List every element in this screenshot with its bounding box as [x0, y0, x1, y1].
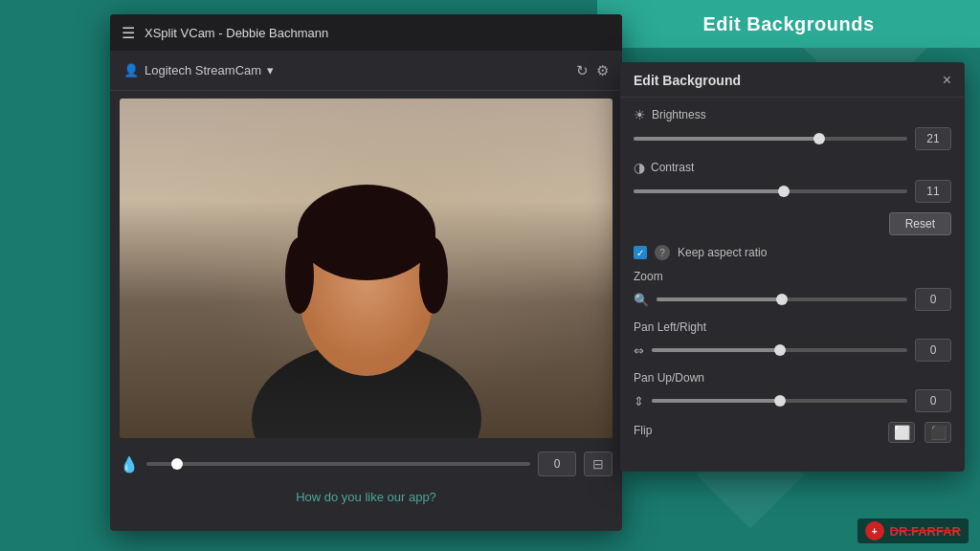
app-titlebar: ☰ XSplit VCam - Debbie Bachmann — [110, 14, 622, 51]
pan-ud-control: Pan Up/Down ⇕ 0 — [634, 371, 951, 412]
contrast-slider[interactable] — [634, 189, 907, 193]
menu-icon[interactable]: ☰ — [122, 24, 135, 42]
pan-lr-slider-row: ⇔ 0 — [634, 339, 951, 362]
chevron-down-icon: ▾ — [267, 63, 274, 77]
contrast-value: 11 — [915, 180, 951, 203]
pan-ud-value: 0 — [915, 389, 951, 412]
header-title-area: Edit Backgrounds — [597, 0, 980, 48]
app-toolbar: 👤 Logitech StreamCam ▾ ↻ ⚙ — [110, 51, 622, 91]
pan-ud-label: Pan Up/Down — [634, 371, 951, 385]
brightness-thumb — [813, 133, 825, 144]
app-title: XSplit VCam - Debbie Bachmann — [145, 26, 328, 40]
zoom-slider[interactable] — [657, 298, 907, 301]
contrast-control: ◑ Contrast 11 — [634, 160, 951, 203]
brightness-slider-row: 21 — [634, 127, 951, 150]
brightness-label: ☀ Brightness — [634, 107, 951, 122]
flip-icons: ⬜ ⬛ — [888, 422, 951, 443]
pan-ud-slider-row: ⇕ 0 — [634, 389, 951, 412]
camera-name: Logitech StreamCam — [145, 63, 261, 77]
pan-lr-icon: ⇔ — [634, 343, 644, 358]
panel-title: Edit Background — [634, 73, 741, 88]
zoom-slider-row: 🔍 0 — [634, 288, 951, 311]
opacity-icon: 💧 — [120, 455, 139, 474]
video-controls-bar: 💧 0 ⊟ — [110, 446, 622, 482]
camera-icon: 👤 — [123, 63, 139, 77]
zoom-control: Zoom 🔍 0 — [634, 270, 951, 311]
person-silhouette — [242, 122, 491, 438]
keep-aspect-label: Keep aspect ratio — [678, 246, 767, 259]
settings-icon[interactable]: ⚙ — [596, 62, 609, 79]
zoom-icon: 🔍 — [634, 293, 649, 307]
reset-row: Reset — [634, 212, 951, 235]
keep-aspect-row: ✓ ? Keep aspect ratio — [634, 245, 951, 260]
pan-ud-slider[interactable] — [652, 399, 907, 403]
pan-ud-thumb — [774, 395, 786, 407]
brightness-control: ☀ Brightness 21 — [634, 107, 951, 150]
contrast-fill — [634, 189, 784, 193]
pan-lr-slider[interactable] — [652, 348, 907, 352]
edit-background-panel: Edit Background × ☀ Brightness 21 ◑ Cont… — [620, 62, 965, 472]
brightness-slider[interactable] — [634, 137, 907, 141]
flip-row: Flip ⬜ ⬛ — [634, 422, 951, 443]
contrast-thumb — [778, 186, 790, 197]
opacity-slider[interactable] — [146, 462, 530, 466]
watermark-text: DR.FARFAR — [890, 524, 961, 539]
brightness-icon: ☀ — [634, 107, 646, 122]
pan-lr-fill — [652, 348, 780, 352]
watermark: + DR.FARFAR — [858, 518, 969, 543]
help-icon[interactable]: ? — [655, 245, 670, 260]
pan-lr-label: Pan Left/Right — [634, 320, 951, 334]
watermark-icon: + — [865, 521, 884, 540]
keep-aspect-checkbox[interactable]: ✓ — [634, 246, 647, 259]
brightness-value: 21 — [915, 127, 951, 150]
pan-lr-control: Pan Left/Right ⇔ 0 — [634, 320, 951, 362]
refresh-icon[interactable]: ↻ — [576, 62, 589, 79]
app-window: ☰ XSplit VCam - Debbie Bachmann 👤 Logite… — [110, 14, 622, 531]
zoom-thumb — [776, 294, 788, 305]
page-title: Edit Backgrounds — [702, 13, 874, 35]
flip-horizontal-button[interactable]: ⬜ — [888, 422, 915, 443]
flip-vertical-button[interactable]: ⬛ — [924, 422, 951, 443]
contrast-icon: ◑ — [634, 160, 645, 175]
zoom-fill — [657, 298, 782, 301]
app-footer: How do you like our app? — [110, 482, 622, 511]
flip-label: Flip — [634, 424, 652, 437]
video-area — [120, 99, 612, 438]
contrast-slider-row: 11 — [634, 180, 951, 203]
pan-ud-icon: ⇕ — [634, 394, 644, 408]
brightness-fill — [634, 137, 819, 141]
mask-button[interactable]: ⊟ — [584, 452, 612, 476]
camera-select[interactable]: 👤 Logitech StreamCam ▾ — [123, 63, 274, 77]
close-icon[interactable]: × — [943, 72, 951, 89]
reset-button[interactable]: Reset — [889, 212, 951, 235]
pan-lr-value: 0 — [915, 339, 951, 362]
zoom-label: Zoom — [634, 270, 951, 283]
svg-rect-6 — [298, 209, 435, 266]
pan-lr-thumb — [774, 344, 786, 356]
pan-ud-fill — [652, 399, 780, 403]
panel-header: Edit Background × — [620, 62, 965, 98]
flip-control: Flip ⬜ ⬛ — [634, 422, 951, 443]
footer-question: How do you like our app? — [296, 490, 436, 504]
opacity-value: 0 — [538, 452, 576, 476]
video-feed — [120, 99, 612, 438]
contrast-label: ◑ Contrast — [634, 160, 951, 175]
panel-body: ☀ Brightness 21 ◑ Contrast — [620, 98, 965, 462]
zoom-value: 0 — [915, 288, 951, 311]
